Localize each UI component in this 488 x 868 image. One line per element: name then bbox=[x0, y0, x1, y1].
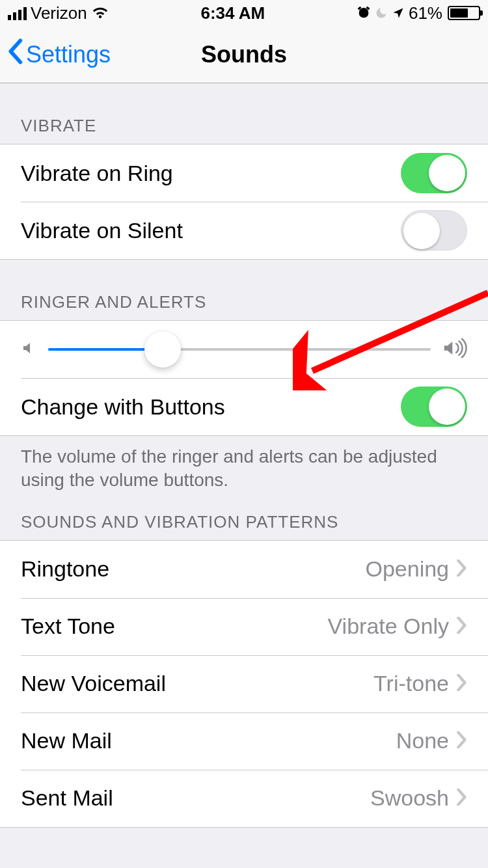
row-sound-text-tone[interactable]: Text ToneVibrate Only bbox=[0, 598, 488, 655]
row-value: Vibrate Only bbox=[328, 614, 449, 639]
section-footer-ringer: The volume of the ringer and alerts can … bbox=[0, 436, 488, 493]
back-label: Settings bbox=[26, 41, 111, 68]
row-sound-new-mail[interactable]: New MailNone bbox=[0, 712, 488, 770]
row-vibrate-on-silent[interactable]: Vibrate on Silent bbox=[0, 202, 488, 259]
carrier-label: Verizon bbox=[31, 3, 87, 23]
row-value: None bbox=[396, 728, 449, 753]
location-icon bbox=[392, 7, 405, 20]
row-sound-sent-mail[interactable]: Sent MailSwoosh bbox=[0, 770, 488, 827]
row-sound-ringtone[interactable]: RingtoneOpening bbox=[0, 541, 488, 598]
row-label: New Voicemail bbox=[21, 671, 166, 696]
group-ringer: Change with Buttons bbox=[0, 320, 488, 436]
volume-slider[interactable] bbox=[48, 348, 431, 351]
clock: 6:34 AM bbox=[109, 3, 357, 23]
row-value: Swoosh bbox=[370, 785, 449, 811]
chevron-right-icon bbox=[457, 560, 467, 579]
row-label: New Mail bbox=[21, 728, 112, 753]
navigation-bar: Settings Sounds bbox=[0, 26, 488, 83]
row-change-with-buttons[interactable]: Change with Buttons bbox=[0, 378, 488, 435]
signal-strength-icon bbox=[8, 6, 27, 20]
row-label: Sent Mail bbox=[21, 785, 113, 811]
row-label: Text Tone bbox=[21, 614, 115, 639]
chevron-left-icon bbox=[7, 38, 23, 70]
battery-icon bbox=[446, 6, 480, 20]
slider-thumb[interactable] bbox=[144, 331, 181, 368]
row-vibrate-on-ring[interactable]: Vibrate on Ring bbox=[0, 144, 488, 202]
chevron-right-icon bbox=[457, 617, 467, 636]
chevron-right-icon bbox=[457, 789, 467, 808]
row-sound-new-voicemail[interactable]: New VoicemailTri-tone bbox=[0, 655, 488, 712]
speaker-low-icon bbox=[21, 339, 36, 360]
toggle-change-with-buttons[interactable] bbox=[401, 387, 467, 427]
row-value: Tri-tone bbox=[373, 671, 449, 696]
section-header-vibrate: VIBRATE bbox=[0, 83, 488, 144]
row-label: Vibrate on Silent bbox=[21, 218, 183, 243]
status-bar: Verizon 6:34 AM 61% bbox=[0, 0, 488, 26]
wifi-icon bbox=[91, 6, 109, 20]
do-not-disturb-icon bbox=[375, 7, 388, 20]
section-header-ringer: RINGER AND ALERTS bbox=[0, 260, 488, 320]
row-label: Change with Buttons bbox=[21, 394, 225, 420]
toggle-vibrate-on-silent[interactable] bbox=[401, 210, 467, 251]
chevron-right-icon bbox=[457, 731, 467, 751]
group-sounds: RingtoneOpeningText ToneVibrate OnlyNew … bbox=[0, 540, 488, 828]
group-vibrate: Vibrate on Ring Vibrate on Silent bbox=[0, 144, 488, 260]
back-button[interactable]: Settings bbox=[7, 38, 111, 70]
section-header-sounds: SOUNDS AND VIBRATION PATTERNS bbox=[0, 493, 488, 540]
speaker-high-icon bbox=[442, 338, 467, 360]
row-label: Ringtone bbox=[21, 556, 109, 582]
row-volume-slider bbox=[0, 321, 488, 378]
alarm-icon bbox=[357, 6, 371, 20]
row-value: Opening bbox=[365, 556, 449, 582]
chevron-right-icon bbox=[457, 674, 467, 694]
battery-percentage: 61% bbox=[409, 3, 442, 23]
toggle-vibrate-on-ring[interactable] bbox=[401, 153, 467, 193]
row-label: Vibrate on Ring bbox=[21, 161, 173, 186]
